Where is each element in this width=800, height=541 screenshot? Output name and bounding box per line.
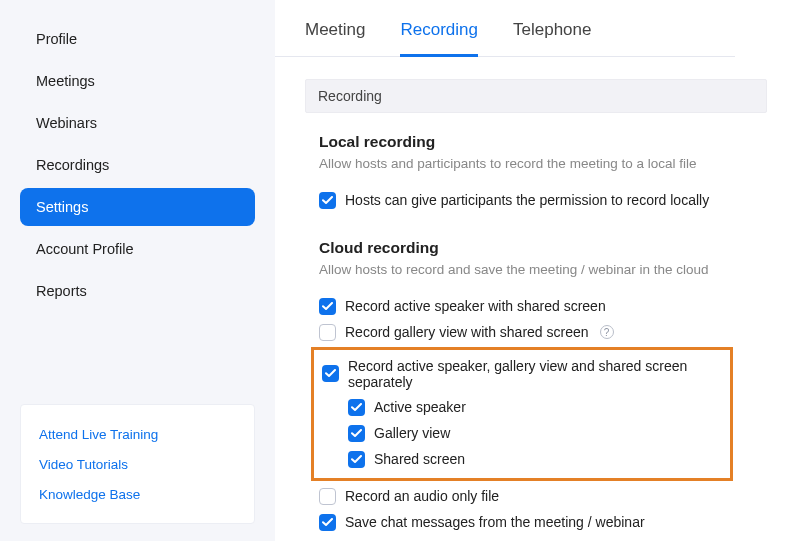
highlighted-options: Record active speaker, gallery view and … [311, 347, 733, 481]
checkbox-icon[interactable] [319, 298, 336, 315]
checkbox-icon[interactable] [348, 399, 365, 416]
opt-label: Gallery view [374, 425, 450, 441]
checkbox-icon[interactable] [348, 425, 365, 442]
tab-telephone[interactable]: Telephone [513, 20, 591, 57]
opt-label: Save chat messages from the meeting / we… [345, 514, 645, 530]
checkbox-icon[interactable] [319, 192, 336, 209]
sidebar-item-profile[interactable]: Profile [20, 20, 255, 58]
help-icon[interactable]: ? [600, 325, 614, 339]
opt-record-gallery-shared[interactable]: Record gallery view with shared screen ? [319, 319, 800, 345]
opt-label: Record an audio only file [345, 488, 499, 504]
opt-label: Record gallery view with shared screen [345, 324, 589, 340]
opt-save-chat[interactable]: Save chat messages from the meeting / we… [319, 509, 800, 535]
tab-recording[interactable]: Recording [400, 20, 478, 57]
help-link-video-tutorials[interactable]: Video Tutorials [35, 449, 240, 479]
main-content: Meeting Recording Telephone Recording Lo… [275, 0, 800, 541]
opt-sub-shared-screen[interactable]: Shared screen [318, 446, 726, 472]
cloud-recording-desc: Allow hosts to record and save the meeti… [319, 261, 800, 279]
opt-label: Record active speaker, gallery view and … [348, 358, 726, 390]
section-cloud-recording: Cloud recording Allow hosts to record an… [275, 213, 800, 535]
sidebar-nav: Profile Meetings Webinars Recordings Set… [20, 18, 255, 312]
opt-sub-active-speaker[interactable]: Active speaker [318, 394, 726, 420]
sidebar-item-webinars[interactable]: Webinars [20, 104, 255, 142]
checkbox-icon[interactable] [319, 514, 336, 531]
help-link-knowledge-base[interactable]: Knowledge Base [35, 479, 240, 509]
local-recording-desc: Allow hosts and participants to record t… [319, 155, 800, 173]
checkbox-icon[interactable] [319, 324, 336, 341]
tabs: Meeting Recording Telephone [275, 0, 735, 57]
opt-label: Shared screen [374, 451, 465, 467]
help-box: Attend Live Training Video Tutorials Kno… [20, 404, 255, 524]
checkbox-icon[interactable] [319, 488, 336, 505]
opt-label: Active speaker [374, 399, 466, 415]
checkbox-icon[interactable] [348, 451, 365, 468]
sidebar-item-recordings[interactable]: Recordings [20, 146, 255, 184]
sidebar-item-reports[interactable]: Reports [20, 272, 255, 310]
cloud-recording-title: Cloud recording [319, 239, 800, 257]
help-link-training[interactable]: Attend Live Training [35, 419, 240, 449]
opt-record-active-speaker-shared[interactable]: Record active speaker with shared screen [319, 293, 800, 319]
section-band-recording: Recording [305, 79, 767, 113]
sidebar-item-settings[interactable]: Settings [20, 188, 255, 226]
opt-hosts-give-permission[interactable]: Hosts can give participants the permissi… [319, 187, 800, 213]
local-recording-title: Local recording [319, 133, 800, 151]
opt-label: Hosts can give participants the permissi… [345, 192, 709, 208]
opt-record-separately[interactable]: Record active speaker, gallery view and … [318, 353, 726, 394]
section-local-recording: Local recording Allow hosts and particip… [275, 113, 800, 213]
opt-label: Record active speaker with shared screen [345, 298, 606, 314]
checkbox-icon[interactable] [322, 365, 339, 382]
sidebar-item-account-profile[interactable]: Account Profile [20, 230, 255, 268]
tab-meeting[interactable]: Meeting [305, 20, 365, 57]
opt-record-audio-only[interactable]: Record an audio only file [319, 483, 800, 509]
sidebar: Profile Meetings Webinars Recordings Set… [0, 0, 275, 541]
sidebar-item-meetings[interactable]: Meetings [20, 62, 255, 100]
opt-sub-gallery-view[interactable]: Gallery view [318, 420, 726, 446]
